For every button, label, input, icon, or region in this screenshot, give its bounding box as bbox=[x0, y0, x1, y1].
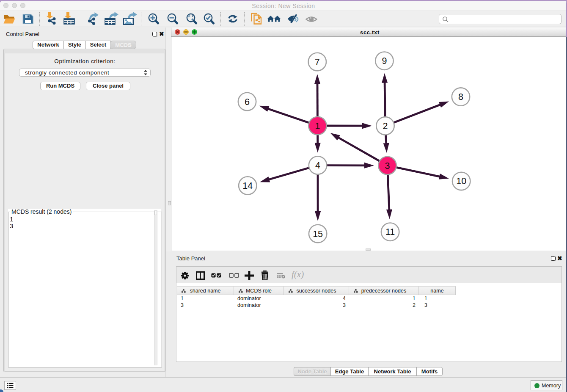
svg-text:2: 2 bbox=[383, 121, 388, 131]
svg-text:9: 9 bbox=[382, 56, 387, 66]
svg-text:8: 8 bbox=[458, 92, 463, 102]
svg-text:3: 3 bbox=[385, 161, 390, 171]
svg-text:6: 6 bbox=[245, 97, 250, 107]
svg-text:4: 4 bbox=[315, 160, 320, 171]
svg-text:11: 11 bbox=[385, 227, 395, 237]
svg-text:1: 1 bbox=[315, 121, 320, 131]
svg-text:7: 7 bbox=[315, 57, 320, 67]
svg-text:15: 15 bbox=[313, 229, 323, 239]
svg-text:14: 14 bbox=[242, 181, 253, 191]
svg-text:10: 10 bbox=[456, 176, 466, 186]
